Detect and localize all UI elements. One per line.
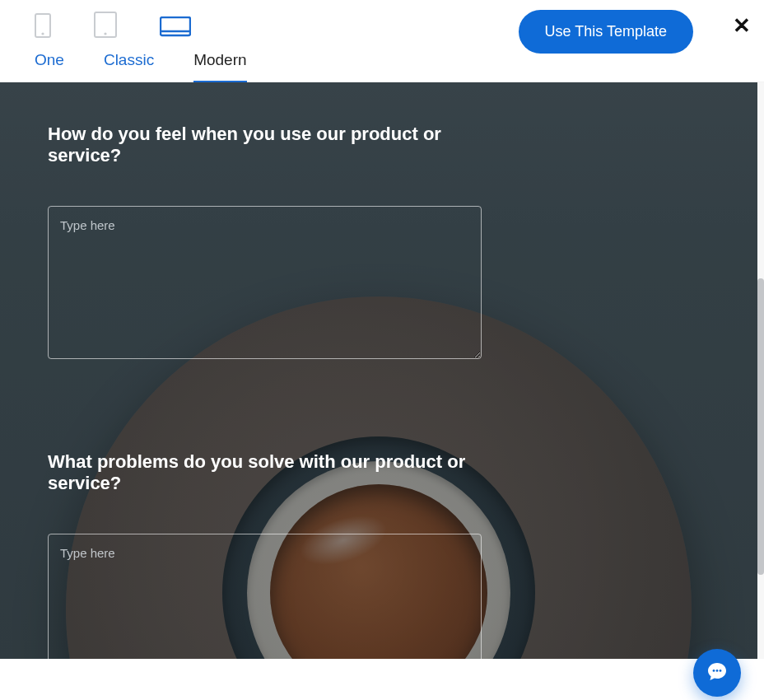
question-2-prompt: What problems do you solve with our prod… (48, 451, 492, 494)
question-1-input[interactable] (48, 206, 482, 359)
phone-icon[interactable] (35, 13, 51, 38)
svg-point-8 (720, 670, 722, 672)
desktop-icon[interactable] (160, 16, 191, 38)
tablet-icon[interactable] (94, 12, 117, 38)
close-icon: ✕ (733, 13, 751, 38)
top-toolbar: One Classic Modern Use This Template ✕ (0, 0, 764, 82)
tab-one[interactable]: One (35, 51, 64, 81)
device-preview-switcher (35, 12, 191, 38)
survey-form: How do you feel when you use our product… (48, 124, 492, 659)
template-preview: How do you feel when you use our product… (0, 82, 757, 659)
tab-classic[interactable]: Classic (104, 51, 154, 81)
theme-tabs: One Classic Modern (35, 51, 247, 83)
question-block-1: How do you feel when you use our product… (48, 124, 492, 362)
scrollbar-thumb[interactable] (757, 278, 764, 575)
tab-modern[interactable]: Modern (193, 51, 246, 83)
question-1-prompt: How do you feel when you use our product… (48, 124, 492, 166)
question-block-2: What problems do you solve with our prod… (48, 451, 492, 659)
svg-point-7 (716, 670, 719, 672)
question-2-input[interactable] (48, 534, 482, 659)
svg-point-6 (713, 670, 715, 672)
close-button[interactable]: ✕ (729, 12, 754, 40)
svg-point-1 (41, 32, 44, 35)
chat-button[interactable] (693, 649, 741, 697)
svg-point-3 (104, 32, 106, 35)
svg-rect-4 (161, 17, 190, 35)
chat-bubble-icon (706, 660, 729, 686)
use-template-button[interactable]: Use This Template (519, 10, 693, 54)
